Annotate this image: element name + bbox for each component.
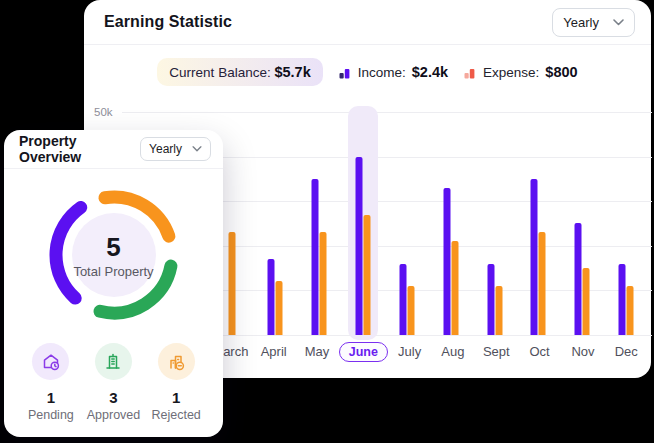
dashboard-canvas: Earning Statistic Yearly Current Balance…: [0, 0, 654, 443]
income-bar[interactable]: [619, 264, 626, 335]
bar-pair: [228, 112, 235, 335]
income-bars-icon: [339, 66, 352, 79]
bar-pair: [399, 112, 414, 335]
bar-pair: [312, 112, 327, 335]
current-balance-value: $5.7k: [274, 64, 310, 80]
expense-bar[interactable]: [539, 232, 546, 335]
chevron-down-icon: [192, 146, 202, 152]
income-bar[interactable]: [531, 179, 538, 335]
bar-pair: [487, 112, 502, 335]
expense-bar[interactable]: [228, 232, 235, 335]
expense-bar[interactable]: [627, 286, 634, 335]
earning-period-value: Yearly: [563, 15, 599, 30]
stat-value: 1: [47, 389, 55, 406]
stat-label: Approved: [87, 408, 141, 422]
stat-label: Rejected: [151, 408, 200, 422]
month-label-april: April: [252, 344, 295, 362]
expense-bars-icon: [464, 66, 477, 79]
chart-column-nov: [560, 112, 604, 335]
income-bar[interactable]: [487, 264, 494, 335]
expense-bar[interactable]: [495, 286, 502, 335]
bar-pair: [356, 112, 371, 335]
month-label-dec: Dec: [605, 344, 648, 362]
bar-pair: [619, 112, 634, 335]
income-bar[interactable]: [575, 223, 582, 335]
chevron-down-icon: [613, 19, 624, 26]
earning-card-title: Earning Statistic: [104, 13, 232, 31]
month-label-july: July: [388, 344, 431, 362]
income-value: $2.4k: [412, 64, 448, 80]
month-label-june: June: [339, 344, 388, 362]
current-balance-label: Current Balance:: [169, 65, 270, 80]
building-icon: [95, 343, 132, 380]
income-bar[interactable]: [443, 188, 450, 335]
income-bar[interactable]: [399, 264, 406, 335]
y-axis-tick-label: 50k: [94, 106, 113, 118]
expense-label: Expense:: [483, 65, 539, 80]
expense-bar[interactable]: [364, 215, 371, 335]
chart-column-april: [253, 112, 297, 335]
income-bar[interactable]: [268, 259, 275, 335]
expense-legend-item: Expense: $800: [464, 64, 578, 80]
income-bar[interactable]: [356, 157, 363, 335]
chart-column-oct: [516, 112, 560, 335]
month-label-oct: Oct: [518, 344, 561, 362]
bar-pair: [268, 112, 283, 335]
earning-legend: Current Balance: $5.7k Income: $2.4k Exp…: [84, 58, 651, 86]
house-clock-icon: [32, 343, 69, 380]
month-label-sept: Sept: [475, 344, 518, 362]
bar-pair: [575, 112, 590, 335]
property-donut: 5 Total Property: [39, 180, 189, 330]
property-card-title: Property Overview: [19, 133, 140, 165]
chart-column-dec: [604, 112, 648, 335]
expense-bar[interactable]: [276, 281, 283, 335]
property-stat-pending: 1 Pending: [20, 343, 82, 422]
expense-bar[interactable]: [407, 286, 414, 335]
expense-bar[interactable]: [583, 268, 590, 335]
current-balance-badge: Current Balance: $5.7k: [157, 58, 322, 86]
chart-column-aug: [429, 112, 473, 335]
month-label-may: May: [295, 344, 338, 362]
bar-pair: [531, 112, 546, 335]
chart-column-june: [341, 112, 385, 335]
property-donut-chart: [39, 180, 189, 330]
earning-card-header: Earning Statistic Yearly: [84, 0, 651, 45]
property-stat-rejected: 1 Rejected: [145, 343, 207, 422]
earning-period-dropdown[interactable]: Yearly: [552, 8, 635, 37]
month-label-aug: Aug: [431, 344, 474, 362]
chart-column-sept: [473, 112, 517, 335]
property-stats-row: 1 Pending 3 Approved 1 Rejected: [4, 330, 223, 422]
selected-month-pill[interactable]: June: [339, 342, 388, 362]
bar-pair: [443, 112, 458, 335]
stat-label: Pending: [28, 408, 74, 422]
chart-column-july: [385, 112, 429, 335]
property-period-value: Yearly: [149, 142, 182, 156]
expense-bar[interactable]: [451, 241, 458, 335]
income-legend-item: Income: $2.4k: [339, 64, 448, 80]
stat-value: 1: [172, 389, 180, 406]
property-card-header: Property Overview Yearly: [4, 130, 223, 169]
income-bar[interactable]: [312, 179, 319, 335]
income-label: Income:: [358, 65, 406, 80]
property-overview-card: Property Overview Yearly 5 Total Propert…: [4, 130, 223, 437]
chart-column-may: [297, 112, 341, 335]
month-label-nov: Nov: [561, 344, 604, 362]
property-period-dropdown[interactable]: Yearly: [140, 137, 211, 161]
building-minus-icon: [158, 343, 195, 380]
stat-value: 3: [109, 389, 117, 406]
property-stat-approved: 3 Approved: [83, 343, 145, 422]
expense-bar[interactable]: [320, 232, 327, 335]
expense-value: $800: [545, 64, 577, 80]
donut-center-circle: [72, 213, 156, 297]
